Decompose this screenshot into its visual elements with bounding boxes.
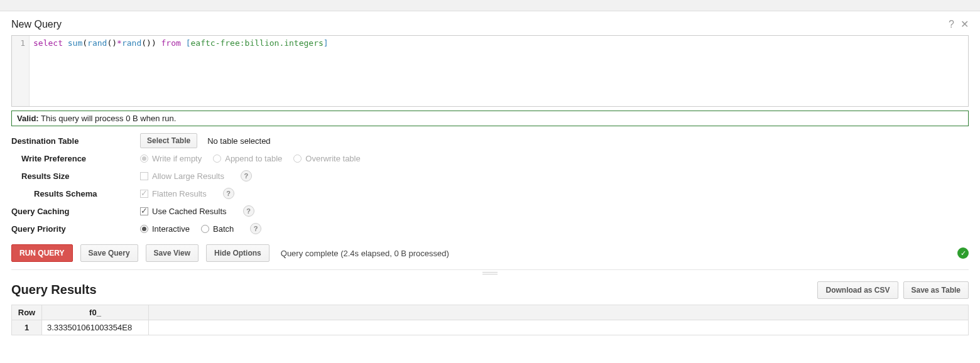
tok-operator: * (117, 38, 122, 48)
query-status-text: Query complete (2.4s elapsed, 0 B proces… (281, 249, 449, 258)
panel-header: New Query ? ✕ (11, 19, 969, 30)
top-bar (0, 0, 980, 11)
label-write-preference: Write Preference (11, 154, 140, 163)
label-allow-large: Allow Large Results (152, 171, 224, 181)
tok-paren: ) (112, 38, 117, 48)
radio-batch[interactable] (201, 225, 209, 233)
help-icon[interactable]: ? (241, 170, 252, 182)
row-write-preference: Write Preference Write if empty Append t… (11, 150, 969, 166)
label-query-caching: Query Caching (11, 207, 140, 216)
label-results-schema: Results Schema (11, 189, 140, 198)
table-header-row: Row f0_ (12, 305, 969, 320)
row-query-priority: Query Priority Interactive Batch ? (11, 220, 969, 237)
tok-table: eaftc-free:billion.integers (191, 38, 324, 48)
results-table: Row f0_ 1 3.333501061003354E8 (11, 305, 969, 335)
label-query-priority: Query Priority (11, 224, 140, 234)
tok-keyword: from (161, 38, 181, 48)
grip-icon (482, 272, 498, 274)
header-icons: ? ✕ (949, 19, 969, 30)
download-csv-button[interactable]: Download as CSV (817, 281, 898, 299)
cell-empty (149, 320, 969, 335)
label-overwrite: Overwrite table (305, 154, 360, 163)
validation-prefix: Valid: (17, 114, 39, 123)
tok-paren: ( (141, 38, 146, 48)
status-ok-icon: ✓ (957, 247, 969, 259)
radio-overwrite (293, 154, 302, 163)
label-flatten: Flatten Results (152, 189, 207, 198)
table-row: 1 3.333501061003354E8 (12, 320, 969, 335)
label-use-cached: Use Cached Results (152, 207, 227, 216)
select-table-button[interactable]: Select Table (140, 133, 197, 148)
row-query-caching: Query Caching Use Cached Results ? (11, 203, 969, 219)
editor-gutter: 1 (12, 36, 30, 106)
hide-options-button[interactable]: Hide Options (206, 244, 270, 262)
tok-function: rand (122, 38, 141, 48)
label-results-size: Results Size (11, 171, 140, 181)
options-section: Destination Table Select Table No table … (11, 133, 969, 237)
label-destination-table: Destination Table (11, 136, 140, 146)
help-icon[interactable]: ? (223, 188, 234, 199)
radio-interactive[interactable] (140, 225, 148, 233)
tok-paren: ) (146, 38, 151, 48)
radio-write-if-empty (140, 154, 148, 163)
cell-f0: 3.333501061003354E8 (42, 320, 149, 335)
save-view-button[interactable]: Save View (146, 244, 199, 262)
label-interactive: Interactive (152, 224, 190, 234)
validation-bar: Valid: This query will process 0 B when … (11, 111, 969, 126)
label-append: Append to table (225, 154, 282, 163)
label-batch: Batch (213, 224, 234, 234)
cell-row-number: 1 (12, 320, 42, 335)
help-icon[interactable]: ? (250, 223, 261, 234)
validation-message: This query will process 0 B when run. (41, 114, 176, 123)
run-query-button[interactable]: RUN QUERY (11, 244, 73, 262)
col-header-empty (149, 305, 969, 320)
results-header: Query Results Download as CSV Save as Ta… (11, 279, 969, 301)
no-table-selected-text: No table selected (207, 136, 270, 146)
sql-editor[interactable]: 1 select sum(rand()*rand()) from [eaftc-… (11, 35, 969, 107)
editor-code[interactable]: select sum(rand()*rand()) from [eaftc-fr… (30, 36, 332, 106)
help-icon[interactable]: ? (243, 205, 254, 217)
save-query-button[interactable]: Save Query (80, 244, 138, 262)
row-results-schema: Results Schema Flatten Results ? (11, 185, 969, 202)
label-write-if-empty: Write if empty (152, 154, 202, 163)
help-icon[interactable]: ? (949, 19, 954, 30)
save-as-table-button[interactable]: Save as Table (903, 281, 969, 299)
line-number: 1 (12, 38, 25, 48)
tok-paren: ( (82, 38, 87, 48)
col-header-row: Row (12, 305, 42, 320)
tok-bracket: [ (186, 38, 191, 48)
close-icon[interactable]: ✕ (961, 19, 969, 30)
checkbox-use-cached[interactable] (140, 207, 148, 215)
query-panel: New Query ? ✕ 1 select sum(rand()*rand()… (0, 11, 980, 363)
radio-append (213, 154, 221, 163)
checkbox-flatten (140, 190, 148, 198)
tok-function: sum (68, 38, 82, 48)
results-title: Query Results (11, 283, 812, 297)
tok-paren: ) (151, 38, 156, 48)
row-destination-table: Destination Table Select Table No table … (11, 133, 969, 149)
page-title: New Query (11, 19, 949, 30)
tok-function: rand (87, 38, 107, 48)
row-results-size: Results Size Allow Large Results ? (11, 168, 969, 184)
action-bar: RUN QUERY Save Query Save View Hide Opti… (11, 244, 969, 270)
resize-handle[interactable] (11, 270, 969, 276)
col-header-f0: f0_ (42, 305, 149, 320)
tok-bracket: ] (324, 38, 329, 48)
checkbox-allow-large (140, 172, 148, 180)
tok-keyword: select (33, 38, 63, 48)
